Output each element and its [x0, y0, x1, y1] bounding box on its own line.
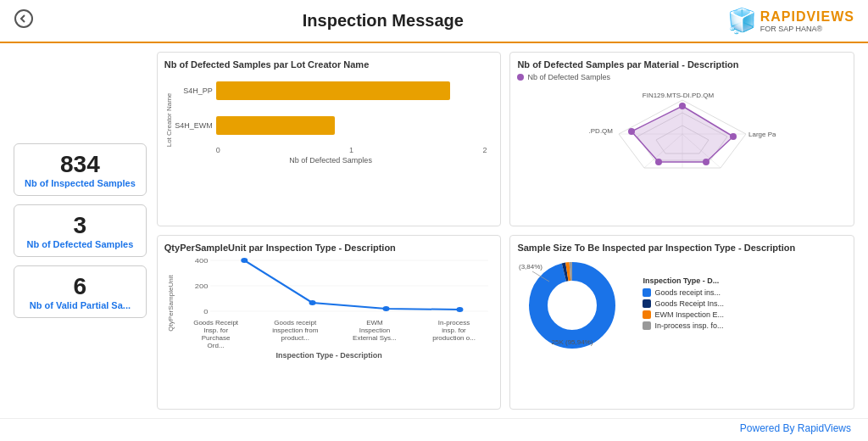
- svg-point-24: [241, 258, 248, 263]
- donut-legend-label-2: EWM Inspection E...: [654, 310, 724, 319]
- radar-legend-label: Nb of Defected Samples: [527, 73, 610, 81]
- svg-point-11: [730, 133, 737, 140]
- kpi-inspected-value: 834: [25, 151, 136, 178]
- svg-text:1K (3,84%): 1K (3,84%): [517, 263, 542, 271]
- donut-legend-item-3: In-process insp. fo...: [643, 321, 724, 330]
- svg-point-10: [679, 103, 686, 109]
- bar-label-s4hewm: S4H_EWM: [175, 121, 213, 130]
- kpi-defected-value: 3: [25, 212, 136, 239]
- donut-svg: 25K (95,94%) 1K (3,84%): [517, 256, 627, 349]
- svg-marker-9: [632, 106, 733, 162]
- donut-wrapper: 25K (95,94%) 1K (3,84%) Inspection Type …: [517, 256, 847, 352]
- svg-text:SEM29.PD.QM: SEM29.PD.QM: [589, 127, 613, 135]
- chart-donut-title: Sample Size To Be Inspected par Inspecti…: [517, 243, 847, 253]
- charts-row-bottom: QtyPerSampleUnit par Inspection Type - D…: [157, 235, 854, 410]
- back-button[interactable]: [14, 8, 39, 33]
- chart-line: QtyPerSampleUnit par Inspection Type - D…: [157, 235, 502, 410]
- kpi-card-defected: 3 Nb of Defected Samples: [14, 204, 147, 257]
- kpi-card-partial: 6 Nb of Valid Partial Sa...: [14, 265, 147, 318]
- line-x-axis-label: Inspection Type - Description: [164, 351, 494, 360]
- bar-s4hewm: [216, 116, 335, 135]
- radar-legend: Nb of Defected Samples: [517, 73, 847, 81]
- bar-label-s4hpp: S4H_PP: [175, 87, 213, 95]
- logo-icon: 🧊: [727, 7, 757, 35]
- radar-legend-dot: [517, 74, 524, 81]
- footer: Powered By RapidViews: [0, 418, 868, 438]
- svg-text:0: 0: [203, 309, 209, 315]
- x-tick-1: 1: [349, 146, 353, 154]
- donut-legend-label-1: Goods Receipt Ins...: [654, 299, 724, 308]
- chart-bar-title: Nb of Defected Samples par Lot Creator N…: [164, 59, 494, 70]
- kpi-partial-label: Nb of Valid Partial Sa...: [25, 300, 136, 310]
- donut-legend-color-3: [643, 321, 651, 330]
- chart-line-title: QtyPerSampleUnit par Inspection Type - D…: [164, 243, 494, 253]
- x-axis-label: Nb of Defected Samples: [175, 156, 487, 165]
- svg-text:FIN129.MTS-DI.PD.QM: FIN129.MTS-DI.PD.QM: [642, 92, 714, 99]
- svg-text:Large Part. Slow-Movi...: Large Part. Slow-Movi...: [748, 131, 776, 138]
- bar-y-axis-label: Lot Creator Name: [165, 92, 173, 147]
- donut-legend-item-0: Goods receipt ins...: [643, 288, 724, 297]
- donut-legend: Inspection Type - D... Goods receipt ins…: [643, 276, 724, 332]
- svg-point-14: [628, 128, 635, 135]
- svg-point-13: [655, 159, 662, 165]
- svg-text:200: 200: [195, 283, 209, 290]
- logo-text: RAPIDVIEWS: [760, 9, 854, 25]
- radar-chart-wrapper: FIN129.MTS-DI.PD.QM Large Part. Slow-Mov…: [517, 85, 847, 178]
- donut-legend-color-0: [643, 288, 651, 297]
- footer-text: Powered By RapidViews: [740, 422, 851, 434]
- kpi-panel: 834 Nb of Inspected Samples 3 Nb of Defe…: [14, 52, 147, 410]
- line-y-axis-label: QtyPerSampleUnit: [166, 269, 174, 337]
- kpi-partial-value: 6: [25, 273, 136, 300]
- chart-donut: Sample Size To Be Inspected par Inspecti…: [509, 235, 854, 410]
- main-content: 834 Nb of Inspected Samples 3 Nb of Defe…: [0, 43, 868, 418]
- kpi-card-inspected: 834 Nb of Inspected Samples: [14, 143, 147, 196]
- line-svg: 400 200 0: [176, 256, 494, 324]
- page-title: Inspection Message: [39, 11, 727, 31]
- svg-text:400: 400: [195, 258, 209, 265]
- donut-svg-container: 25K (95,94%) 1K (3,84%): [517, 256, 636, 352]
- x-label-3: In-process insp. for production o...: [431, 319, 477, 349]
- x-ticks: 0 1 2: [175, 146, 487, 154]
- bar-s4hpp: [216, 81, 450, 100]
- svg-point-26: [382, 306, 389, 311]
- x-tick-2: 2: [482, 146, 487, 154]
- chart-radar: Nb of Defected Samples par Material - De…: [509, 52, 854, 226]
- donut-legend-item-2: EWM Inspection E...: [643, 310, 724, 319]
- logo-sub: FOR SAP HANA®: [760, 25, 854, 33]
- x-tick-0: 0: [216, 146, 220, 154]
- svg-point-0: [15, 10, 32, 27]
- bar-row-s4hpp: S4H_PP: [175, 81, 487, 100]
- logo: 🧊 RAPIDVIEWS FOR SAP HANA®: [727, 7, 854, 35]
- bar-row-s4hewm: S4H_EWM: [175, 116, 487, 135]
- charts-area: Nb of Defected Samples par Lot Creator N…: [157, 52, 854, 410]
- kpi-defected-label: Nb of Defected Samples: [25, 239, 136, 249]
- donut-legend-color-1: [643, 299, 651, 308]
- svg-point-25: [309, 300, 315, 305]
- x-label-0: Goods Receipt Insp. for Purchase Ord...: [192, 319, 239, 349]
- chart-radar-title: Nb of Defected Samples par Material - De…: [517, 59, 847, 70]
- donut-legend-item-1: Goods Receipt Ins...: [643, 299, 724, 308]
- header: Inspection Message 🧊 RAPIDVIEWS FOR SAP …: [0, 0, 868, 43]
- chart-bar: Nb of Defected Samples par Lot Creator N…: [157, 52, 502, 226]
- svg-text:25K (95,94%): 25K (95,94%): [552, 338, 593, 346]
- donut-legend-color-2: [643, 310, 651, 319]
- radar-svg: FIN129.MTS-DI.PD.QM Large Part. Slow-Mov…: [589, 87, 776, 176]
- charts-row-top: Nb of Defected Samples par Lot Creator N…: [157, 52, 854, 226]
- svg-point-32: [548, 282, 596, 329]
- x-label-1: Goods receipt inspection from product...: [272, 319, 319, 349]
- svg-point-27: [456, 307, 463, 312]
- x-labels: Goods Receipt Insp. for Purchase Ord... …: [176, 319, 494, 349]
- donut-legend-label-0: Goods receipt ins...: [654, 288, 721, 297]
- donut-legend-title: Inspection Type - D...: [643, 276, 724, 285]
- donut-legend-label-3: In-process insp. fo...: [654, 321, 723, 330]
- x-label-2: EWM Inspection External Sys...: [351, 319, 398, 349]
- svg-point-12: [703, 159, 709, 165]
- kpi-inspected-label: Nb of Inspected Samples: [25, 178, 136, 188]
